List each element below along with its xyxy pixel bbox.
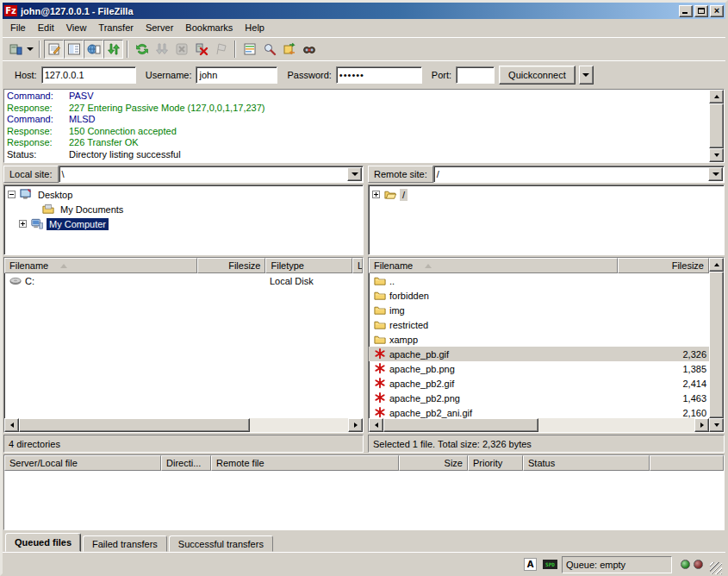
process-queue-button[interactable] — [152, 40, 171, 59]
title-bar[interactable]: Fz john@127.0.0.1 - FileZilla × — [3, 3, 725, 19]
local-horizontal-scrollbar[interactable] — [4, 418, 363, 432]
scroll-down-button[interactable] — [709, 418, 724, 432]
log-vertical-scrollbar[interactable] — [709, 90, 724, 162]
disconnect-button[interactable] — [191, 40, 211, 59]
remote-row[interactable]: apache_pb.png 1,385 — [369, 361, 709, 376]
minimize-button[interactable] — [679, 5, 693, 17]
remote-row[interactable]: .. — [369, 273, 709, 288]
remote-row-selected[interactable]: apache_pb.gif 2,326 — [369, 347, 709, 361]
scrollbar-thumb[interactable] — [709, 272, 724, 418]
quickconnect-button[interactable]: Quickconnect — [499, 66, 576, 85]
scrollbar-thumb[interactable] — [19, 418, 250, 432]
tab-successful-transfers[interactable]: Successful transfers — [169, 535, 273, 552]
password-input[interactable] — [336, 66, 422, 84]
tree-label-my-documents[interactable]: My Documents — [58, 203, 126, 216]
remote-row[interactable]: apache_pb2_ani.gif 2,160 — [369, 405, 709, 418]
expand-icon[interactable] — [19, 220, 27, 228]
menu-help[interactable]: Help — [239, 20, 271, 35]
menu-bookmarks[interactable]: Bookmarks — [179, 20, 239, 35]
tab-failed-transfers[interactable]: Failed transfers — [83, 535, 167, 552]
column-header-last-modified[interactable]: L — [352, 258, 363, 273]
column-header-priority[interactable]: Priority — [468, 455, 523, 471]
menu-edit[interactable]: Edit — [32, 20, 60, 35]
column-header-filename[interactable]: Filename — [369, 258, 618, 273]
toggle-remote-tree-button[interactable] — [84, 40, 103, 59]
site-manager-dropdown[interactable] — [25, 40, 35, 59]
synchronized-browsing-button[interactable] — [279, 40, 299, 59]
refresh-button[interactable] — [132, 40, 152, 59]
tree-item-my-computer[interactable]: My Computer — [4, 216, 363, 231]
speed-limit-indicator[interactable]: SPD — [542, 557, 558, 573]
queue-body[interactable] — [4, 471, 724, 529]
tab-queued-files[interactable]: Queued files — [5, 533, 81, 552]
maximize-button[interactable] — [694, 5, 708, 17]
tree-item-root[interactable]: / — [369, 187, 724, 202]
collapse-icon[interactable] — [8, 191, 16, 198]
menu-transfer[interactable]: Transfer — [92, 20, 140, 35]
scrollbar-track[interactable] — [538, 418, 694, 432]
tree-item-my-documents[interactable]: My Documents — [4, 202, 363, 216]
scroll-right-button[interactable] — [694, 418, 709, 432]
toggle-queue-button[interactable] — [103, 40, 123, 59]
menu-file[interactable]: File — [4, 20, 32, 35]
column-header-size[interactable]: Size — [399, 455, 468, 471]
local-site-combo[interactable]: \ — [59, 166, 364, 183]
tree-label-desktop[interactable]: Desktop — [35, 189, 75, 201]
scroll-right-button[interactable] — [348, 418, 363, 432]
column-header-filesize[interactable]: Filesize — [618, 258, 709, 273]
cancel-button[interactable] — [171, 40, 191, 59]
toggle-local-tree-button[interactable] — [64, 40, 84, 59]
quickconnect-dropdown[interactable] — [579, 66, 594, 85]
scroll-down-button[interactable] — [709, 148, 724, 162]
message-log-lines[interactable]: Command:PASV Response:227 Entering Passi… — [4, 90, 709, 162]
transfer-type-indicator[interactable]: A — [522, 557, 538, 573]
scroll-left-button[interactable] — [369, 418, 383, 432]
remote-horizontal-scrollbar[interactable] — [369, 418, 709, 432]
local-site-dropdown[interactable] — [347, 167, 362, 181]
menu-view[interactable]: View — [60, 20, 93, 35]
scrollbar-thumb[interactable] — [709, 103, 724, 148]
tree-label-root[interactable]: / — [400, 189, 408, 201]
local-tree[interactable]: Desktop My Documents — [3, 185, 364, 255]
remote-tree[interactable]: / — [368, 185, 725, 255]
column-header-remote-file[interactable]: Remote file — [211, 455, 399, 471]
find-files-button[interactable] — [299, 40, 319, 59]
username-input[interactable] — [196, 66, 277, 84]
scroll-left-button[interactable] — [4, 418, 19, 432]
remote-row[interactable]: forbidden — [369, 288, 709, 303]
site-manager-button[interactable] — [5, 40, 25, 59]
remote-row[interactable]: restricted — [369, 317, 709, 332]
column-header-filetype[interactable]: Filetype — [265, 258, 352, 273]
remote-vertical-scrollbar[interactable] — [709, 258, 724, 432]
remote-row[interactable]: xampp — [369, 332, 709, 347]
menu-server[interactable]: Server — [140, 20, 179, 35]
tree-label-my-computer[interactable]: My Computer — [47, 218, 109, 230]
tree-item-desktop[interactable]: Desktop — [4, 187, 363, 202]
close-button[interactable]: × — [710, 5, 724, 17]
column-header-server-local-file[interactable]: Server/Local file — [4, 455, 161, 471]
remote-row[interactable]: apache_pb2.gif 2,414 — [369, 376, 709, 391]
column-header-status[interactable]: Status — [523, 455, 650, 471]
reconnect-button[interactable] — [211, 40, 231, 59]
expand-icon[interactable] — [372, 191, 380, 198]
column-header-filename[interactable]: Filename — [4, 258, 197, 273]
scroll-up-button[interactable] — [709, 90, 724, 103]
resize-grip[interactable] — [710, 562, 722, 574]
remote-row[interactable]: apache_pb2.png 1,463 — [369, 391, 709, 405]
host-input[interactable] — [41, 66, 136, 84]
toggle-message-log-button[interactable] — [44, 40, 64, 59]
column-header-direction[interactable]: Directi... — [161, 455, 211, 471]
local-row-c-drive[interactable]: C: Local Disk — [4, 273, 363, 288]
remote-site-dropdown[interactable] — [708, 167, 723, 181]
column-header-filesize[interactable]: Filesize — [197, 258, 266, 273]
local-rows[interactable]: C: Local Disk — [4, 273, 363, 418]
remote-site-combo[interactable]: / — [433, 166, 725, 183]
remote-rows[interactable]: .. forbidden img — [369, 273, 709, 418]
filter-button[interactable] — [259, 40, 279, 59]
scroll-up-button[interactable] — [709, 258, 724, 272]
directory-comparison-button[interactable] — [240, 40, 259, 59]
port-input[interactable] — [456, 66, 495, 84]
scrollbar-thumb[interactable] — [383, 418, 538, 432]
remote-row[interactable]: img — [369, 303, 709, 317]
scrollbar-track[interactable] — [250, 418, 348, 432]
